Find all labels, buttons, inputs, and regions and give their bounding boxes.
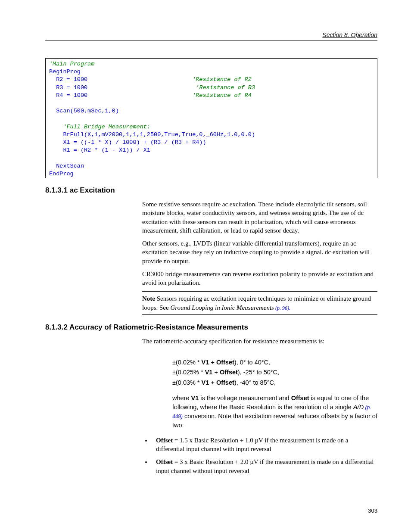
paragraph: where V1 is the voltage measurement and … xyxy=(172,394,377,430)
code-comment: 'Main Program xyxy=(49,61,94,67)
spec-line: ±(0.02% * V1 + Offset), 0° to 40°C, xyxy=(172,358,377,367)
heading-8-1-3-2: 8.1.3.2 Accuracy of Ratiometric-Resistan… xyxy=(45,323,377,333)
code-line: BeginProg xyxy=(49,68,81,75)
page-number: 303 xyxy=(368,507,377,515)
paragraph: CR3000 bridge measurements can reverse e… xyxy=(142,270,377,287)
note-label: Note xyxy=(142,295,155,302)
code-comment: 'Resistance of R4 xyxy=(192,92,252,99)
spec-line: ±(0.025% * V1 + Offset), -25° to 50°C, xyxy=(172,367,377,377)
list-item: Offset = 1.5 x Basic Resolution + 1.0 µV… xyxy=(152,436,377,454)
spec-list: ±(0.02% * V1 + Offset), 0° to 40°C, ±(0.… xyxy=(172,358,377,388)
code-comment: 'Resistance of R2 xyxy=(192,76,252,83)
code-line: R3 = 1000 xyxy=(49,84,87,91)
code-listing: 'Main Program BeginProg R2 = 1000 'Resis… xyxy=(45,58,377,178)
code-line: R4 = 1000 xyxy=(49,92,87,99)
spec-line: ±(0.03% * V1 + Offset), -40° to 85°C, xyxy=(172,378,377,388)
running-header: Section 8. Operation xyxy=(322,31,377,39)
code-line: NextScan xyxy=(49,163,84,169)
code-line: Scan(500,mSec,1,0) xyxy=(49,108,119,114)
code-comment: 'Full Bridge Measurement: xyxy=(49,124,150,130)
heading-8-1-3-1: 8.1.3.1 ac Excitation xyxy=(45,186,377,196)
note-reference: Ground Looping in Ionic Measurements xyxy=(170,304,274,311)
page-reference-link[interactable]: (p. 96). xyxy=(274,305,290,311)
code-line: BrFull(X,1,mV2000,1,1,1,2500,True,True,0… xyxy=(49,131,255,138)
header-rule xyxy=(45,40,377,40)
paragraph: Other sensors, e.g., LVDTs (linear varia… xyxy=(142,239,377,265)
code-line: EndProg xyxy=(49,171,74,177)
bullet-list: Offset = 1.5 x Basic Resolution + 1.0 µV… xyxy=(142,436,377,475)
note-box: Note Sensors requiring ac excitation req… xyxy=(142,291,377,315)
code-line: R2 = 1000 xyxy=(49,76,87,83)
paragraph: The ratiometric-accuracy specification f… xyxy=(142,337,377,345)
code-line: X1 = ((-1 * X) / 1000) + (R3 / (R3 + R4)… xyxy=(49,139,206,146)
code-comment: 'Resistance of R3 xyxy=(196,84,255,91)
code-line: R1 = (R2 * (1 - X1)) / X1 xyxy=(49,147,150,153)
paragraph: Some resistive sensors require ac excita… xyxy=(142,200,377,235)
list-item: Offset = 3 x Basic Resolution + 2.0 µV i… xyxy=(152,457,377,475)
